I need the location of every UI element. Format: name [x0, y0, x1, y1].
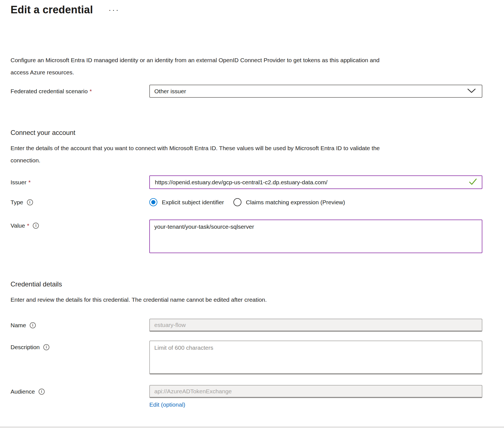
info-icon: i — [27, 199, 33, 205]
intro-line: Configure an Microsoft Entra ID managed … — [11, 54, 482, 66]
name-input — [149, 319, 482, 332]
connect-account-description: Enter the details of the account that yo… — [11, 142, 482, 167]
intro-line: access Azure resources. — [11, 66, 482, 79]
issuer-input[interactable] — [155, 179, 465, 186]
checkmark-icon — [469, 178, 477, 186]
info-icon: i — [33, 223, 39, 229]
value-textarea[interactable]: your-tenant/your-task/source-sqlserver — [149, 220, 482, 253]
issuer-row: Issuer * — [11, 175, 482, 189]
required-marker: * — [90, 88, 92, 95]
description-line: connection. — [11, 154, 482, 167]
page-title: Edit a credential — [11, 4, 93, 16]
issuer-input-container — [149, 175, 482, 189]
radio-label: Explicit subject identifier — [162, 199, 224, 206]
description-line: Enter the details of the account that yo… — [11, 142, 482, 154]
edit-credential-pane: Edit a credential ··· Configure an Micro… — [0, 4, 504, 408]
credential-details-heading: Credential details — [11, 280, 482, 288]
description-textarea[interactable] — [149, 341, 482, 374]
info-icon: i — [43, 344, 49, 350]
audience-input — [149, 385, 482, 398]
page-header: Edit a credential ··· — [11, 4, 482, 16]
info-icon: i — [30, 322, 36, 328]
edit-optional-link[interactable]: Edit (optional) — [149, 401, 185, 408]
radio-button-icon — [149, 198, 157, 206]
audience-label: Audience i — [11, 388, 149, 395]
radio-button-icon — [233, 198, 241, 206]
value-row: Value * i your-tenant/your-task/source-s… — [11, 220, 482, 253]
radio-explicit-subject-identifier[interactable]: Explicit subject identifier — [149, 198, 224, 206]
federated-credential-scenario-value: Other issuer — [154, 88, 186, 95]
type-row: Type i Explicit subject identifier Claim… — [11, 198, 482, 206]
info-icon: i — [39, 389, 45, 395]
credential-details-description: Enter and review the details for this cr… — [11, 294, 482, 306]
required-marker: * — [27, 222, 29, 229]
type-label: Type i — [11, 199, 149, 206]
federated-credential-scenario-row: Federated credential scenario * Other is… — [11, 85, 482, 98]
footer-divider — [0, 426, 504, 428]
more-options-ellipsis-icon: ··· — [109, 6, 120, 14]
description-label: Description i — [11, 341, 149, 351]
issuer-label: Issuer * — [11, 179, 149, 186]
connect-account-heading: Connect your account — [11, 129, 482, 137]
federated-credential-scenario-label: Federated credential scenario * — [11, 88, 149, 95]
audience-edit-row: Edit (optional) — [11, 401, 482, 408]
audience-row: Audience i — [11, 385, 482, 398]
name-label: Name i — [11, 322, 149, 329]
required-marker: * — [28, 179, 31, 186]
radio-label: Claims matching expression (Preview) — [246, 199, 345, 206]
radio-claims-matching-expression[interactable]: Claims matching expression (Preview) — [233, 198, 345, 206]
description-row: Description i — [11, 341, 482, 374]
description-line: Enter and review the details for this cr… — [11, 294, 482, 306]
federated-credential-scenario-select[interactable]: Other issuer — [149, 85, 482, 98]
subject-type-radio-group: Explicit subject identifier Claims match… — [149, 198, 482, 206]
intro-paragraph: Configure an Microsoft Entra ID managed … — [11, 54, 482, 79]
chevron-down-icon — [467, 88, 476, 95]
name-row: Name i — [11, 319, 482, 332]
value-label: Value * i — [11, 220, 149, 229]
